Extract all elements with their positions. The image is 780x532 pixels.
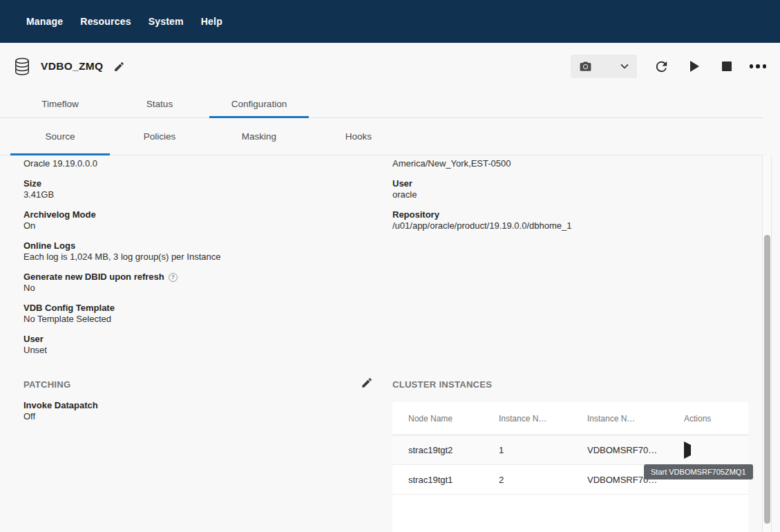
detail-user-right: User oracle	[392, 178, 748, 200]
action-toolbar	[571, 55, 768, 78]
config-subtabs: Source Policies Masking Hooks	[0, 118, 763, 155]
more-actions-button[interactable]	[750, 64, 767, 68]
subtab-policies[interactable]: Policies	[110, 118, 209, 155]
tab-timeflow[interactable]: Timeflow	[10, 90, 110, 117]
snapshot-button[interactable]	[571, 55, 637, 78]
cluster-instances-section-title: CLUSTER INSTANCES	[392, 379, 492, 390]
detail-vdb-config-template: VDB Config Template No Template Selected	[23, 303, 369, 325]
details-left-column: Oracle 19.19.0.0.0 Size 3.41GB Archivelo…	[23, 158, 369, 365]
nav-item-manage[interactable]: Manage	[26, 16, 63, 27]
page-title: VDBO_ZMQ	[41, 60, 103, 73]
detail-size: Size 3.41GB	[23, 178, 369, 200]
table-row: strac19tgt2 1 VDBOMSRF70…	[392, 435, 748, 465]
cell-instance-number: 1	[499, 445, 587, 455]
nav-item-resources[interactable]: Resources	[80, 16, 131, 27]
detail-online-logs: Online Logs Each log is 1,024 MB, 3 log …	[23, 240, 369, 263]
detail-archivelog-mode: Archivelog Mode On	[23, 209, 369, 231]
cell-instance-number: 2	[499, 475, 587, 485]
page: Manage Resources System Help VDBO_ZMQ	[0, 0, 780, 532]
play-icon	[690, 61, 699, 72]
column-header-node-name: Node Name	[392, 414, 499, 424]
detail-invoke-datapatch: Invoke Datapatch Off	[23, 400, 98, 422]
ellipsis-icon	[750, 64, 754, 68]
top-nav-bar: Manage Resources System Help	[0, 0, 780, 43]
detail-timezone: America/New_York,EST-0500	[392, 158, 748, 169]
patching-edit-pencil-icon[interactable]	[361, 377, 373, 389]
patching-section: PATCHING Invoke Datapatch Off	[23, 379, 98, 431]
vertical-scrollbar-thumb[interactable]	[764, 235, 770, 524]
subtab-hooks[interactable]: Hooks	[309, 118, 408, 155]
patching-section-title: PATCHING	[23, 379, 98, 390]
nav-item-help[interactable]: Help	[201, 16, 222, 27]
vertical-scrollbar-track[interactable]	[762, 156, 772, 532]
stop-button[interactable]	[722, 61, 732, 71]
detail-repository: Repository /u01/app/oracle/product/19.19…	[392, 209, 748, 231]
column-header-instance-name: Instance N…	[587, 414, 677, 424]
start-instance-tooltip: Start VDBOMSRF705ZMQ1	[644, 464, 753, 479]
camera-icon	[579, 60, 592, 73]
header-bar: VDBO_ZMQ	[0, 43, 780, 90]
stop-icon	[722, 61, 732, 71]
database-icon	[14, 57, 30, 76]
chevron-down-icon	[620, 64, 629, 69]
detail-user-left: User Unset	[23, 334, 369, 356]
tab-configuration[interactable]: Configuration	[209, 90, 309, 117]
detail-db-version: Oracle 19.19.0.0.0	[23, 158, 369, 169]
cell-node-name: strac19tgt2	[392, 445, 499, 455]
start-button[interactable]	[690, 61, 699, 72]
column-header-actions: Actions	[677, 414, 748, 424]
column-header-instance-number: Instance N…	[499, 414, 587, 424]
cell-node-name: strac19tgt1	[392, 475, 499, 485]
nav-item-system[interactable]: System	[149, 16, 184, 27]
edit-title-pencil-icon[interactable]	[113, 61, 125, 73]
refresh-button[interactable]	[654, 59, 669, 75]
help-icon[interactable]	[169, 273, 178, 282]
table-header-row: Node Name Instance N… Instance N… Action…	[392, 402, 748, 435]
details-right-column: America/New_York,EST-0500 User oracle Re…	[392, 158, 748, 240]
row-start-play-icon[interactable]	[684, 441, 691, 459]
subtab-source[interactable]: Source	[10, 118, 110, 155]
detail-generate-new-dbid: Generate new DBID upon refresh No	[23, 272, 369, 294]
cell-actions	[677, 445, 748, 455]
main-tabs: Timeflow Status Configuration	[0, 90, 763, 118]
tab-status[interactable]: Status	[110, 90, 209, 117]
cell-instance-name: VDBOMSRF70…	[587, 445, 677, 455]
subtab-masking[interactable]: Masking	[209, 118, 309, 155]
